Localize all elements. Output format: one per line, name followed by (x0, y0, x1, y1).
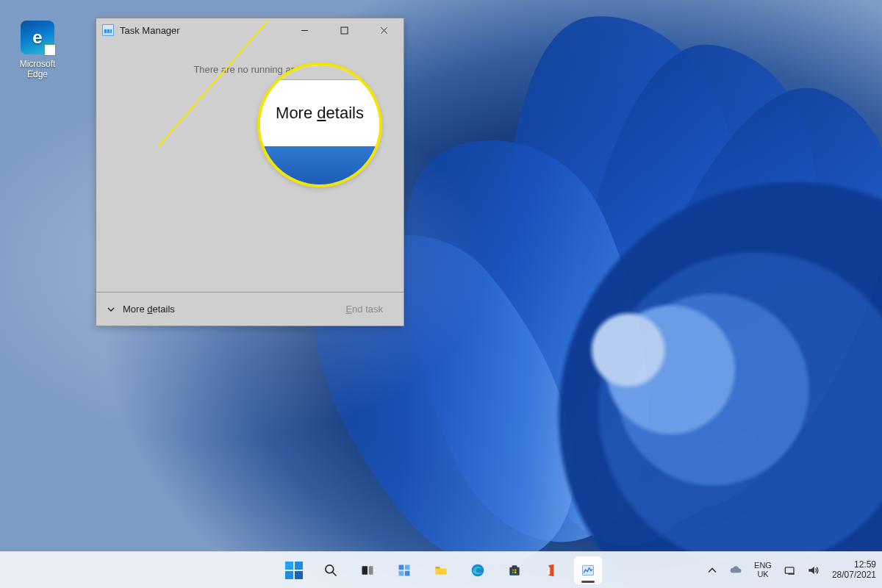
desktop: e Microsoft Edge Task Manager There are … (0, 0, 882, 588)
edge-icon (470, 562, 486, 578)
desktop-icon-label: Microsoft Edge (9, 59, 66, 79)
svg-rect-14 (512, 565, 517, 567)
windows-logo-icon (285, 562, 303, 579)
search-button[interactable] (316, 556, 345, 585)
edge-glyph: e (32, 27, 42, 48)
language-indicator[interactable]: ENG UK (754, 562, 772, 578)
more-details-label: More details (123, 304, 175, 315)
task-view-button[interactable] (353, 556, 382, 585)
svg-rect-10 (399, 570, 404, 576)
svg-rect-21 (788, 573, 794, 575)
close-button[interactable] (367, 18, 401, 42)
svg-rect-6 (362, 566, 368, 575)
svg-rect-13 (509, 567, 519, 575)
system-tray: ENG UK 12:59 28/07/2021 (704, 560, 876, 581)
clock[interactable]: 12:59 28/07/2021 (832, 560, 876, 581)
callout-text: More details (276, 104, 364, 123)
task-manager-icon (580, 562, 596, 578)
network-icon[interactable] (782, 562, 798, 578)
svg-rect-9 (405, 564, 410, 570)
clock-date: 28/07/2021 (832, 570, 876, 581)
annotation-callout: More details (257, 62, 382, 187)
svg-rect-16 (514, 569, 517, 571)
chevron-down-icon (107, 305, 115, 314)
edge-button[interactable] (463, 556, 492, 585)
widgets-button[interactable] (390, 556, 419, 585)
onedrive-icon[interactable] (728, 562, 744, 578)
window-footer: More details End task (96, 292, 404, 326)
volume-icon[interactable] (806, 562, 822, 578)
store-button[interactable] (500, 556, 529, 585)
svg-rect-7 (369, 566, 373, 575)
svg-rect-8 (399, 564, 404, 570)
svg-rect-15 (512, 569, 514, 571)
edge-icon: e (21, 21, 54, 54)
file-explorer-button[interactable] (426, 556, 456, 585)
lang-region: UK (757, 570, 768, 579)
titlebar[interactable]: Task Manager (96, 18, 404, 42)
lang-code: ENG (754, 562, 772, 570)
office-button[interactable] (537, 556, 566, 585)
clock-time: 12:59 (854, 560, 876, 570)
more-details-button[interactable]: More details (107, 304, 175, 315)
store-icon (506, 562, 523, 578)
desktop-icon-edge[interactable]: e Microsoft Edge (9, 21, 66, 79)
tray-overflow-button[interactable] (704, 562, 720, 578)
svg-point-4 (326, 564, 334, 573)
widgets-icon (396, 562, 412, 578)
task-manager-icon (102, 24, 114, 36)
taskbar-center (279, 556, 603, 585)
svg-line-5 (333, 572, 337, 576)
svg-rect-18 (514, 571, 517, 573)
svg-rect-17 (512, 571, 514, 573)
window-title: Task Manager (120, 25, 180, 36)
minimize-button[interactable] (287, 18, 321, 42)
task-view-icon (359, 562, 376, 578)
office-icon (543, 562, 559, 578)
svg-rect-1 (341, 27, 348, 34)
maximize-button[interactable] (327, 18, 361, 42)
svg-rect-11 (405, 570, 410, 576)
folder-icon (433, 562, 449, 578)
taskbar: ENG UK 12:59 28/07/2021 (0, 551, 882, 588)
end-task-button: End task (335, 299, 393, 319)
svg-rect-20 (785, 567, 794, 573)
start-button[interactable] (279, 556, 309, 585)
search-icon (323, 562, 339, 578)
task-manager-taskbar-button[interactable] (573, 556, 603, 585)
